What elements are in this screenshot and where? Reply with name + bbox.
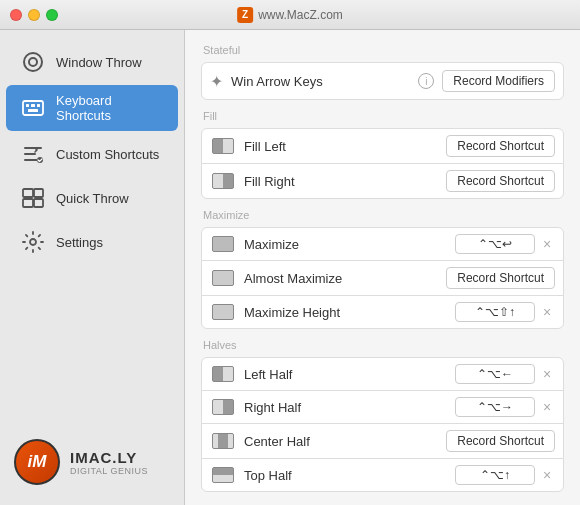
svg-rect-6 bbox=[28, 109, 38, 112]
top-half-label: Top Half bbox=[244, 468, 455, 483]
almost-maximize-record-button[interactable]: Record Shortcut bbox=[446, 267, 555, 289]
fill-right-icon bbox=[210, 171, 236, 191]
maximize-height-label: Maximize Height bbox=[244, 305, 455, 320]
almost-maximize-icon bbox=[210, 268, 236, 288]
top-half-icon bbox=[210, 465, 236, 485]
svg-point-0 bbox=[24, 53, 42, 71]
svg-rect-9 bbox=[34, 189, 43, 197]
sidebar-item-custom-shortcuts[interactable]: Custom Shortcuts bbox=[6, 133, 178, 175]
sidebar-item-label: Quick Throw bbox=[56, 191, 129, 206]
left-half-row: Left Half ⌃⌥← × bbox=[201, 357, 564, 391]
window-throw-icon bbox=[20, 49, 46, 75]
sidebar-item-label: Keyboard Shortcuts bbox=[56, 93, 164, 123]
maximize-height-shortcut-keys[interactable]: ⌃⌥⇧↑ bbox=[455, 302, 535, 322]
sparkle-icon: ✦ bbox=[210, 72, 223, 91]
svg-point-12 bbox=[30, 239, 36, 245]
svg-rect-4 bbox=[31, 104, 35, 107]
zoom-button[interactable] bbox=[46, 9, 58, 21]
quick-throw-icon bbox=[20, 185, 46, 211]
left-half-clear-button[interactable]: × bbox=[539, 366, 555, 382]
sidebar-item-keyboard-shortcuts[interactable]: Keyboard Shortcuts bbox=[6, 85, 178, 131]
maximize-row: Maximize ⌃⌥↩ × bbox=[201, 227, 564, 261]
maximize-shortcut-display: ⌃⌥↩ × bbox=[455, 234, 555, 254]
sidebar-item-settings[interactable]: Settings bbox=[6, 221, 178, 263]
win-arrow-keys-label: Win Arrow Keys bbox=[231, 74, 418, 89]
info-icon[interactable]: i bbox=[418, 73, 434, 89]
sidebar-bottom: iM IMAC.LY DIGITAL GENIUS bbox=[0, 429, 184, 495]
custom-shortcuts-icon bbox=[20, 141, 46, 167]
close-button[interactable] bbox=[10, 9, 22, 21]
fill-left-icon bbox=[210, 136, 236, 156]
fill-left-record-button[interactable]: Record Shortcut bbox=[446, 135, 555, 157]
left-half-icon bbox=[210, 364, 236, 384]
fill-right-row: Fill Right Record Shortcut bbox=[201, 163, 564, 199]
svg-rect-11 bbox=[34, 199, 43, 207]
maximize-shortcut-keys[interactable]: ⌃⌥↩ bbox=[455, 234, 535, 254]
right-half-clear-button[interactable]: × bbox=[539, 399, 555, 415]
center-half-record-button[interactable]: Record Shortcut bbox=[446, 430, 555, 452]
maximize-label: Maximize bbox=[244, 237, 455, 252]
center-half-row: Center Half Record Shortcut bbox=[201, 423, 564, 459]
right-half-icon bbox=[210, 397, 236, 417]
fill-left-row: Fill Left Record Shortcut bbox=[201, 128, 564, 164]
right-half-label: Right Half bbox=[244, 400, 455, 415]
section-header-halves: Halves bbox=[201, 339, 564, 351]
app-icon: Z bbox=[237, 7, 253, 23]
svg-rect-8 bbox=[23, 189, 33, 197]
keyboard-shortcuts-icon bbox=[20, 95, 46, 121]
almost-maximize-label: Almost Maximize bbox=[244, 271, 446, 286]
svg-rect-3 bbox=[26, 104, 29, 107]
left-half-shortcut-display: ⌃⌥← × bbox=[455, 364, 555, 384]
sidebar-item-label: Window Throw bbox=[56, 55, 142, 70]
record-modifiers-button[interactable]: Record Modifiers bbox=[442, 70, 555, 92]
left-half-label: Left Half bbox=[244, 367, 455, 382]
logo-tagline: DIGITAL GENIUS bbox=[70, 466, 148, 476]
sidebar-item-window-throw[interactable]: Window Throw bbox=[6, 41, 178, 83]
fill-right-record-button[interactable]: Record Shortcut bbox=[446, 170, 555, 192]
svg-point-1 bbox=[29, 58, 37, 66]
sidebar-item-label: Custom Shortcuts bbox=[56, 147, 159, 162]
section-header-stateful: Stateful bbox=[201, 44, 564, 56]
sidebar-item-label: Settings bbox=[56, 235, 103, 250]
minimize-button[interactable] bbox=[28, 9, 40, 21]
main-container: Window Throw Keyboard Shortcuts bbox=[0, 30, 580, 505]
maximize-height-clear-button[interactable]: × bbox=[539, 304, 555, 320]
top-half-shortcut-display: ⌃⌥↑ × bbox=[455, 465, 555, 485]
sidebar: Window Throw Keyboard Shortcuts bbox=[0, 30, 185, 505]
sidebar-item-quick-throw[interactable]: Quick Throw bbox=[6, 177, 178, 219]
logo-text: IMAC.LY DIGITAL GENIUS bbox=[70, 449, 148, 476]
maximize-icon bbox=[210, 234, 236, 254]
titlebar-center: Z www.MacZ.com bbox=[237, 7, 343, 23]
maximize-clear-button[interactable]: × bbox=[539, 236, 555, 252]
traffic-lights bbox=[10, 9, 58, 21]
center-half-icon bbox=[210, 431, 236, 451]
maximize-height-row: Maximize Height ⌃⌥⇧↑ × bbox=[201, 295, 564, 329]
stateful-row: ✦ Win Arrow Keys i Record Modifiers bbox=[201, 62, 564, 100]
svg-rect-10 bbox=[23, 199, 33, 207]
maximize-height-icon bbox=[210, 302, 236, 322]
svg-rect-5 bbox=[37, 104, 40, 107]
fill-right-label: Fill Right bbox=[244, 174, 446, 189]
logo-name: IMAC.LY bbox=[70, 449, 148, 466]
left-half-shortcut-keys[interactable]: ⌃⌥← bbox=[455, 364, 535, 384]
maximize-height-shortcut-display: ⌃⌥⇧↑ × bbox=[455, 302, 555, 322]
top-half-shortcut-keys[interactable]: ⌃⌥↑ bbox=[455, 465, 535, 485]
section-header-maximize: Maximize bbox=[201, 209, 564, 221]
titlebar: Z www.MacZ.com bbox=[0, 0, 580, 30]
svg-rect-2 bbox=[23, 101, 43, 115]
almost-maximize-row: Almost Maximize Record Shortcut bbox=[201, 260, 564, 296]
settings-icon bbox=[20, 229, 46, 255]
right-half-row: Right Half ⌃⌥→ × bbox=[201, 390, 564, 424]
right-half-shortcut-keys[interactable]: ⌃⌥→ bbox=[455, 397, 535, 417]
right-half-shortcut-display: ⌃⌥→ × bbox=[455, 397, 555, 417]
fill-left-label: Fill Left bbox=[244, 139, 446, 154]
center-half-label: Center Half bbox=[244, 434, 446, 449]
logo-circle: iM bbox=[14, 439, 60, 485]
section-header-fill: Fill bbox=[201, 110, 564, 122]
top-half-clear-button[interactable]: × bbox=[539, 467, 555, 483]
content-area: Stateful ✦ Win Arrow Keys i Record Modif… bbox=[185, 30, 580, 505]
titlebar-title: www.MacZ.com bbox=[258, 8, 343, 22]
top-half-row: Top Half ⌃⌥↑ × bbox=[201, 458, 564, 492]
